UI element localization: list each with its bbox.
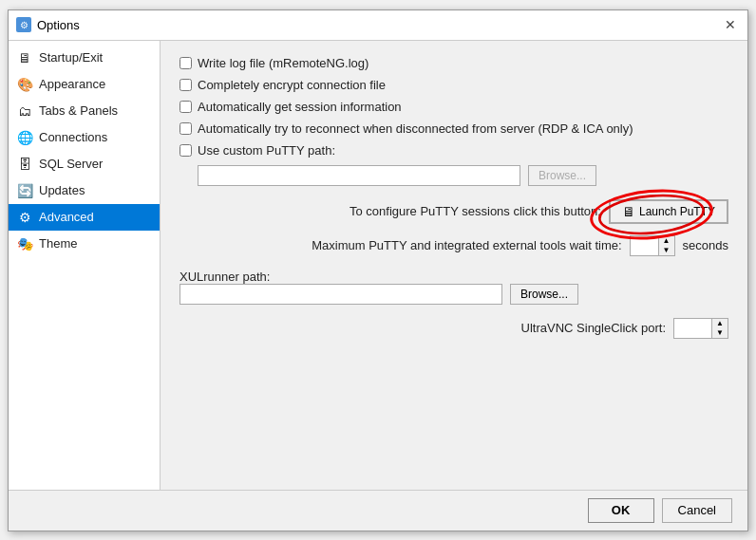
sidebar-item-label: SQL Server xyxy=(39,157,103,171)
sidebar-item-label: Appearance xyxy=(39,77,105,91)
sidebar-item-label: Advanced xyxy=(39,210,94,224)
options-dialog: ⚙ Options ✕ 🖥 Startup/Exit 🎨 Appearance … xyxy=(8,9,748,531)
dialog-body: 🖥 Startup/Exit 🎨 Appearance 🗂 Tabs & Pan… xyxy=(9,41,747,490)
theme-icon: 🎭 xyxy=(16,235,33,252)
max-wait-spinner: 2 ▲ ▼ xyxy=(630,235,675,256)
max-wait-input[interactable]: 2 xyxy=(630,235,658,256)
checkbox-write-log-row: Write log file (mRemoteNG.log) xyxy=(180,56,728,70)
appearance-icon: 🎨 xyxy=(16,76,33,93)
custom-putty-label: Use custom PuTTY path: xyxy=(198,143,335,158)
configure-putty-row: To configure PuTTY sessions click this b… xyxy=(180,199,728,224)
launch-putty-wrapper: 🖥 Launch PuTTY xyxy=(609,199,728,224)
checkbox-auto-session-row: Automatically get session information xyxy=(180,100,728,114)
auto-reconnect-label: Automatically try to reconnect when disc… xyxy=(198,121,633,136)
browse-xulrunner-button[interactable]: Browse... xyxy=(510,284,578,305)
xulrunner-label-row: XULrunner path: xyxy=(180,270,728,284)
dialog-title: Options xyxy=(37,18,80,32)
auto-session-checkbox[interactable] xyxy=(180,101,192,113)
sql-server-icon: 🗄 xyxy=(16,156,33,173)
sidebar-item-updates[interactable]: 🔄 Updates xyxy=(9,177,160,204)
ultravnc-spinner-down[interactable]: ▼ xyxy=(712,328,728,338)
auto-session-label: Automatically get session information xyxy=(198,100,402,114)
write-log-label: Write log file (mRemoteNG.log) xyxy=(198,56,369,70)
ultravnc-spinner-up[interactable]: ▲ xyxy=(712,319,728,328)
putty-path-row: Browse... xyxy=(198,165,728,186)
max-wait-row: Maximum PuTTY and integrated external to… xyxy=(180,235,728,256)
connections-icon: 🌐 xyxy=(16,129,33,146)
encrypt-connection-checkbox[interactable] xyxy=(180,79,192,91)
checkbox-custom-putty-row: Use custom PuTTY path: xyxy=(180,143,728,158)
launch-putty-button[interactable]: 🖥 Launch PuTTY xyxy=(609,199,728,224)
launch-putty-label: Launch PuTTY xyxy=(639,205,715,218)
dialog-icon: ⚙ xyxy=(16,17,31,32)
sidebar-item-appearance[interactable]: 🎨 Appearance xyxy=(9,71,160,98)
spinner-controls: ▲ ▼ xyxy=(658,235,675,256)
spinner-up-button[interactable]: ▲ xyxy=(659,236,674,246)
configure-putty-label: To configure PuTTY sessions click this b… xyxy=(350,204,601,218)
ultravnc-row: UltraVNC SingleClick port: 5500 ▲ ▼ xyxy=(180,318,728,339)
putty-icon: 🖥 xyxy=(622,204,635,219)
ok-button[interactable]: OK xyxy=(588,498,654,523)
dialog-footer: OK Cancel xyxy=(9,490,747,531)
sidebar-item-startup-exit[interactable]: 🖥 Startup/Exit xyxy=(9,45,160,71)
checkbox-encrypt-row: Completely encrypt connection file xyxy=(180,78,728,92)
encrypt-label: Completely encrypt connection file xyxy=(198,78,386,92)
spinner-down-button[interactable]: ▼ xyxy=(659,246,674,255)
sidebar-item-advanced[interactable]: ⚙ Advanced xyxy=(9,204,160,231)
close-button[interactable]: ✕ xyxy=(721,15,740,34)
cancel-button[interactable]: Cancel xyxy=(662,498,732,523)
startup-exit-icon: 🖥 xyxy=(16,49,33,66)
browse-putty-button[interactable]: Browse... xyxy=(528,165,596,186)
putty-path-input[interactable] xyxy=(198,165,520,186)
xulrunner-path-input[interactable] xyxy=(180,284,502,305)
sidebar: 🖥 Startup/Exit 🎨 Appearance 🗂 Tabs & Pan… xyxy=(9,41,161,490)
sidebar-item-label: Updates xyxy=(39,183,85,197)
write-log-checkbox[interactable] xyxy=(180,57,192,69)
title-bar: ⚙ Options ✕ xyxy=(9,10,747,41)
sidebar-item-tabs-panels[interactable]: 🗂 Tabs & Panels xyxy=(9,98,160,124)
checkbox-auto-reconnect-row: Automatically try to reconnect when disc… xyxy=(180,121,728,136)
auto-reconnect-checkbox[interactable] xyxy=(180,122,192,135)
seconds-label: seconds xyxy=(683,238,728,252)
ultravnc-port-input[interactable]: 5500 xyxy=(673,318,711,339)
advanced-icon: ⚙ xyxy=(16,209,33,226)
ultravnc-spinner: 5500 ▲ ▼ xyxy=(673,318,728,339)
ultravnc-label: UltraVNC SingleClick port: xyxy=(521,321,666,335)
sidebar-item-label: Tabs & Panels xyxy=(39,103,118,118)
sidebar-item-label: Connections xyxy=(39,130,107,144)
sidebar-item-label: Theme xyxy=(39,236,77,251)
sidebar-item-label: Startup/Exit xyxy=(39,50,103,65)
custom-putty-checkbox[interactable] xyxy=(180,144,192,157)
content-area: Write log file (mRemoteNG.log) Completel… xyxy=(161,41,747,490)
sidebar-item-theme[interactable]: 🎭 Theme xyxy=(9,231,160,257)
tabs-panels-icon: 🗂 xyxy=(16,102,33,120)
ultravnc-spinner-controls: ▲ ▼ xyxy=(711,318,728,339)
title-bar-left: ⚙ Options xyxy=(16,17,80,32)
xulrunner-label: XULrunner path: xyxy=(180,270,270,284)
max-wait-label: Maximum PuTTY and integrated external to… xyxy=(312,238,621,252)
sidebar-item-connections[interactable]: 🌐 Connections xyxy=(9,124,160,151)
xulrunner-row: Browse... xyxy=(180,284,728,305)
sidebar-item-sql-server[interactable]: 🗄 SQL Server xyxy=(9,151,160,177)
updates-icon: 🔄 xyxy=(16,182,33,199)
